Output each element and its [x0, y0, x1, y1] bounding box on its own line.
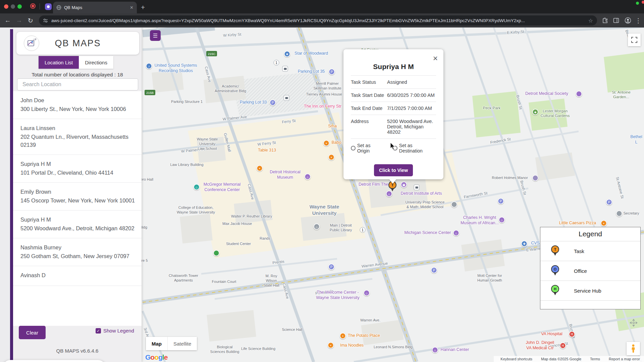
poi-marker-icon[interactable]: ▣	[401, 182, 407, 188]
poi-marker-icon[interactable]	[532, 175, 539, 181]
map-label: Hannan Center	[441, 347, 469, 353]
forward-button[interactable]: →	[13, 17, 25, 24]
attribution-link[interactable]: Report a map error	[609, 357, 640, 361]
location-name: Supriya H M	[20, 160, 137, 168]
poi-marker-icon[interactable]: ⌂	[364, 290, 370, 296]
menu-kebab-icon[interactable]: ⋮	[633, 17, 644, 24]
clear-button[interactable]: Clear	[19, 326, 46, 339]
poi-marker-icon[interactable]: ✚	[521, 241, 528, 247]
window-close-button[interactable]	[4, 4, 8, 9]
poi-marker-icon[interactable]: •	[328, 154, 335, 161]
poi-marker-icon[interactable]: P	[328, 264, 335, 270]
attribution-link[interactable]: Keyboard shortcuts	[500, 357, 532, 361]
poi-marker-icon[interactable]: ⌂	[194, 184, 200, 190]
window-zoom-button[interactable]	[17, 4, 22, 9]
map-label: Robert Holmes Manor	[492, 176, 528, 180]
poi-marker-icon[interactable]: 215C	[206, 51, 217, 56]
poi-marker-icon[interactable]: 215B	[145, 90, 155, 95]
address-bar[interactable]: aws-juiced-client2.com/Juiced/QBMaps1/qb…	[39, 15, 597, 25]
site-settings-tune-icon[interactable]	[43, 18, 48, 23]
poi-marker-icon[interactable]	[414, 185, 420, 190]
profile-avatar-icon[interactable]	[625, 17, 631, 24]
poi-marker-icon[interactable]: P	[431, 267, 437, 274]
locations-total-text: Total number of locations displayed : 18	[13, 72, 142, 78]
map-type-map-button[interactable]: Map	[146, 337, 167, 350]
menu-hamburger-button[interactable]: ☰	[150, 30, 161, 41]
poi-marker-icon[interactable]	[213, 250, 220, 256]
poi-marker-icon[interactable]: •	[601, 220, 607, 227]
show-legend-checkbox[interactable]: ✓	[96, 328, 101, 334]
poi-marker-icon[interactable]: ⌂	[453, 230, 460, 236]
click-to-view-button[interactable]: Click to View	[374, 164, 413, 176]
poi-marker-icon[interactable]: ♣	[532, 109, 539, 115]
popup-row-value: 6/30/2025 7:00:00 AM	[387, 93, 436, 98]
fullscreen-button[interactable]	[628, 34, 641, 46]
url-text[interactable]: aws-juiced-client2.com/Juiced/QBMaps1/qb…	[51, 18, 585, 23]
pan-control-icon[interactable]	[629, 318, 638, 328]
map-label: College of Education, Wayne State Univer…	[177, 205, 215, 215]
tab-directions[interactable]: Directions	[79, 56, 113, 69]
poi-marker-icon[interactable]: ⌂	[314, 224, 320, 230]
map-type-satellite-button[interactable]: Satellite	[167, 337, 197, 350]
tab-close-icon[interactable]: ✕	[130, 5, 133, 10]
attribution-link[interactable]: Terms	[590, 357, 600, 361]
poi-marker-icon[interactable]: ⌂	[499, 217, 505, 223]
back-button[interactable]: ←	[2, 17, 13, 24]
sidebar: QB MAPS Location List Directions Total n…	[13, 27, 142, 362]
reload-button[interactable]: ↻	[25, 17, 36, 24]
show-legend-label: Show Legend	[103, 328, 134, 334]
poi-marker-icon[interactable]	[284, 95, 289, 101]
poi-marker-icon[interactable]: P	[498, 198, 504, 204]
browser-tab[interactable]: QB Maps ✕	[53, 2, 137, 13]
show-legend-toggle[interactable]: ✓ Show Legend	[96, 328, 134, 334]
poi-marker-icon[interactable]	[576, 91, 582, 97]
poi-marker-icon[interactable]	[616, 210, 623, 217]
poi-marker-icon[interactable]: ⌂	[305, 174, 311, 180]
location-list-item[interactable]: Supriya H M 5200 Woodward Ave., Detroit,…	[13, 210, 142, 238]
location-list-item[interactable]: John Doe 300 Liberty St., New York, New …	[13, 91, 142, 119]
poi-marker-icon[interactable]	[282, 66, 288, 72]
poi-marker-icon[interactable]: •	[257, 165, 263, 172]
window-minimize-button[interactable]	[11, 4, 15, 9]
legend-items: T Task O Office	[540, 241, 640, 301]
map-label: Fountain Court	[212, 280, 236, 284]
poi-marker-icon[interactable]: ★	[284, 51, 290, 57]
location-list-item[interactable]: Supriya H M 101 Portal Dr., Cleveland, O…	[13, 155, 142, 183]
extensions-puzzle-icon[interactable]	[602, 17, 608, 23]
map-label: Academic/ Administrative Bldg	[215, 84, 246, 94]
poi-marker-icon[interactable]: •	[323, 140, 330, 146]
origin-radio[interactable]	[351, 146, 356, 150]
poi-marker-icon[interactable]: •	[328, 342, 334, 349]
google-logo[interactable]: Google	[145, 353, 167, 361]
new-tab-button[interactable]: +	[141, 3, 145, 11]
location-list-item[interactable]: Laura Linssen 202 Quantum Ln., Rivervort…	[13, 119, 142, 155]
popup-close-icon[interactable]: ✕	[433, 55, 438, 62]
poi-marker-icon[interactable]	[451, 201, 458, 208]
poi-marker-icon[interactable]: P	[329, 69, 335, 75]
popup-row: Task Status Assigned	[351, 75, 436, 88]
location-list-item[interactable]: Emily Brown 145 Oscorp Tower, New York, …	[13, 183, 142, 210]
location-list-item[interactable]: Nashmia Burney 250 Gotham St, Gotham, Ne…	[13, 238, 142, 266]
poi-marker-icon[interactable]: ⌂	[432, 347, 438, 353]
poi-marker-icon[interactable]: P	[606, 199, 612, 205]
pegman-control[interactable]	[627, 342, 640, 355]
map-label: The Inn on Ferry Str	[304, 104, 341, 109]
poi-marker-icon[interactable]: •	[340, 333, 346, 339]
poi-marker-icon[interactable]: H	[560, 343, 566, 349]
attribution-link[interactable]: Map data ©2025 Google	[541, 357, 581, 361]
side-panel-icon[interactable]	[613, 17, 619, 23]
tab-location-list[interactable]: Location List	[39, 56, 79, 69]
set-as-destination-option[interactable]: Set as Destination	[393, 143, 436, 154]
poi-marker-icon[interactable]: 1	[360, 227, 366, 233]
popup-row-value: 7/1/2025 7:00:00 AM	[387, 106, 436, 111]
extension-pinned-icon[interactable]	[45, 3, 52, 10]
poi-marker-icon[interactable]: 1	[274, 60, 279, 66]
poi-marker-icon[interactable]: H	[569, 331, 575, 338]
poi-marker-icon[interactable]: ♪	[146, 63, 152, 69]
set-as-origin-option[interactable]: Set as Origin	[351, 143, 383, 154]
bookmark-star-icon[interactable]: ☆	[588, 17, 593, 24]
map-label: Parking Lot 33	[240, 100, 267, 105]
location-list-item[interactable]: Avinash D	[13, 266, 142, 286]
search-location-input[interactable]	[22, 81, 133, 88]
poi-marker-icon[interactable]: P	[270, 100, 276, 106]
